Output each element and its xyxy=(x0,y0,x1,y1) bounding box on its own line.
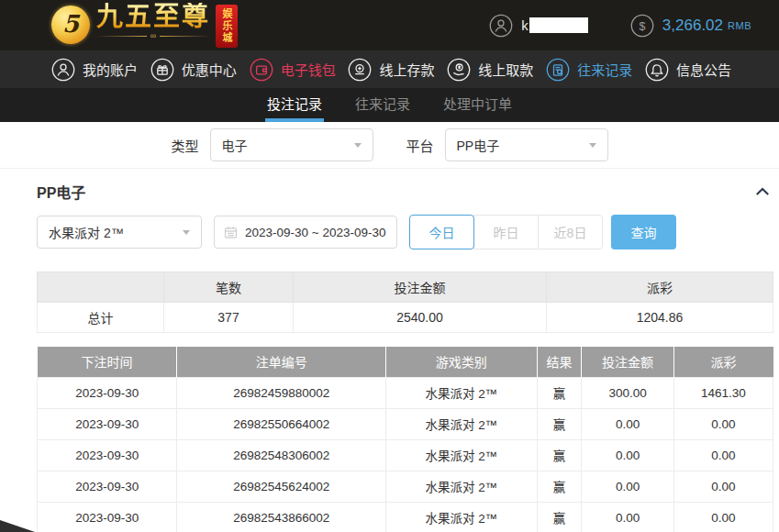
cell-bet-amount: 0.00 xyxy=(582,471,673,502)
username: k xyxy=(521,17,588,33)
summary-total-label: 总计 xyxy=(38,303,164,333)
cell-bet-time: 2023-09-30 xyxy=(38,377,177,408)
cell-bet-amount: 0.00 xyxy=(582,439,673,471)
records-header-bet-time: 下注时间 xyxy=(38,347,177,377)
nav-promotions[interactable]: 优惠中心 xyxy=(150,58,237,82)
chevron-down-icon xyxy=(589,143,596,148)
section-controls: 水果派对 2™ 2023-09-30 ~ 2023-09-30 今日 昨日 近8… xyxy=(37,215,773,249)
summary-header-bet-amount: 投注金额 xyxy=(294,272,547,303)
record-row: 2023-09-3026982459880002水果派对 2™赢300.0014… xyxy=(38,377,773,408)
wallet-icon xyxy=(250,58,273,82)
main-nav: 我的账户 优惠中心 电子钱包 线上存款 线上取款 往来记录 信息公告 xyxy=(0,50,779,88)
records-header-game-type: 游戏类别 xyxy=(386,347,537,377)
record-row: 2023-09-3026982550664002水果派对 2™赢0.000.00 xyxy=(38,408,773,439)
brand-logo[interactable]: 5 九五至尊 ∞ 娱乐城 xyxy=(51,3,238,48)
svg-text:$: $ xyxy=(639,19,645,32)
cell-game-type: 水果派对 2™ xyxy=(386,502,537,532)
cell-payout: 1461.30 xyxy=(673,377,773,408)
chevron-down-icon xyxy=(354,143,362,148)
cell-order-id: 26982550664002 xyxy=(177,408,386,439)
last-8-days-button[interactable]: 近8日 xyxy=(538,215,603,249)
date-range-picker[interactable]: 2023-09-30 ~ 2023-09-30 xyxy=(214,216,397,249)
logo-glyph: 5 xyxy=(62,10,79,38)
platform-filter-label: 平台 xyxy=(406,136,434,155)
cell-bet-time: 2023-09-30 xyxy=(38,408,177,439)
summary-payout: 1204.86 xyxy=(546,303,773,333)
records-icon xyxy=(546,58,570,82)
summary-table: 笔数 投注金额 派彩 总计 377 2540.00 1204.86 xyxy=(37,272,773,333)
date-range-value: 2023-09-30 ~ 2023-09-30 xyxy=(245,226,386,239)
brand-name: 九五至尊 xyxy=(96,3,210,30)
top-header: 5 九五至尊 ∞ 娱乐城 k $ 3,266.02 RMB xyxy=(0,0,779,50)
username-redaction xyxy=(529,17,588,33)
records-table: 下注时间 注单编号 游戏类别 结果 投注金额 派彩 2023-09-302698… xyxy=(37,347,773,532)
cell-game-type: 水果派对 2™ xyxy=(386,439,537,471)
type-select[interactable]: 电子 xyxy=(210,128,373,161)
bell-icon xyxy=(645,58,669,82)
type-filter-label: 类型 xyxy=(171,136,198,155)
cell-result: 赢 xyxy=(537,408,582,439)
cell-order-id: 26982543866002 xyxy=(177,502,386,532)
yesterday-button[interactable]: 昨日 xyxy=(473,215,539,249)
cell-bet-amount: 0.00 xyxy=(582,408,673,439)
cell-game-type: 水果派对 2™ xyxy=(386,408,537,439)
cell-game-type: 水果派对 2™ xyxy=(386,471,537,502)
records-body: 2023-09-3026982459880002水果派对 2™赢300.0014… xyxy=(38,377,773,532)
tab-betting-records[interactable]: 投注记录 xyxy=(265,88,324,122)
tab-transaction-records[interactable]: 往来记录 xyxy=(353,88,412,122)
nav-transaction-records[interactable]: 往来记录 xyxy=(546,58,632,82)
cell-bet-time: 2023-09-30 xyxy=(38,471,177,502)
nav-announcements[interactable]: 信息公告 xyxy=(645,58,731,82)
nav-my-account[interactable]: 我的账户 xyxy=(51,58,138,82)
cell-result: 赢 xyxy=(537,471,582,502)
records-header-result: 结果 xyxy=(537,347,582,377)
tab-processing-orders[interactable]: 处理中订单 xyxy=(441,88,514,122)
record-row: 2023-09-3026982548306002水果派对 2™赢0.000.00 xyxy=(38,439,773,471)
dollar-icon: $ xyxy=(630,14,654,38)
user-avatar-icon xyxy=(489,14,513,38)
cell-result: 赢 xyxy=(537,439,582,471)
quick-date-buttons: 今日 昨日 近8日 xyxy=(409,215,603,249)
user-icon xyxy=(51,58,75,82)
cell-result: 赢 xyxy=(537,502,582,532)
summary-bet-amount: 2540.00 xyxy=(294,303,547,333)
sub-nav: 投注记录 往来记录 处理中订单 xyxy=(0,88,779,122)
today-button[interactable]: 今日 xyxy=(409,215,474,249)
withdraw-icon xyxy=(447,58,471,82)
balance-currency: RMB xyxy=(728,20,751,31)
nav-online-deposit[interactable]: 线上存款 xyxy=(348,58,434,82)
pp-section: PP电子 水果派对 2™ 2023-09-30 ~ 2023-09-30 今日 … xyxy=(0,181,779,532)
cell-result: 赢 xyxy=(537,377,582,408)
records-header-bet-amount: 投注金额 xyxy=(582,347,673,377)
cell-bet-amount: 0.00 xyxy=(582,502,673,532)
cell-payout: 0.00 xyxy=(673,502,773,532)
cell-bet-amount: 300.00 xyxy=(582,377,673,408)
gift-icon xyxy=(150,58,174,82)
game-select[interactable]: 水果派对 2™ xyxy=(37,216,202,249)
brand-flourish-icon: ∞ xyxy=(96,32,210,40)
cell-game-type: 水果派对 2™ xyxy=(386,377,537,408)
cell-order-id: 26982459880002 xyxy=(177,377,386,408)
filter-row: 类型 电子 平台 PP电子 xyxy=(0,128,779,161)
section-title: PP电子 xyxy=(37,181,85,203)
summary-row: 总计 377 2540.00 1204.86 xyxy=(38,303,773,333)
summary-count: 377 xyxy=(163,303,293,333)
platform-select[interactable]: PP电子 xyxy=(445,128,608,161)
summary-header-payout: 派彩 xyxy=(546,272,773,303)
collapse-section-button[interactable] xyxy=(751,185,773,198)
summary-header-empty xyxy=(38,272,164,303)
nav-e-wallet[interactable]: 电子钱包 xyxy=(250,58,336,82)
nav-online-withdraw[interactable]: 线上取款 xyxy=(447,58,533,82)
cell-bet-time: 2023-09-30 xyxy=(38,439,177,471)
chevron-down-icon xyxy=(183,230,190,235)
calendar-icon xyxy=(224,226,238,239)
search-button[interactable]: 查询 xyxy=(611,215,676,249)
record-row: 2023-09-3026982543866002水果派对 2™赢0.000.00 xyxy=(38,502,773,532)
record-row: 2023-09-3026982545624002水果派对 2™赢0.000.00 xyxy=(38,471,773,502)
brand-badge: 娱乐城 xyxy=(216,5,238,48)
chevron-up-icon xyxy=(755,187,770,196)
cell-bet-time: 2023-09-30 xyxy=(38,502,177,532)
balance-amount: 3,266.02 xyxy=(662,17,723,35)
cell-payout: 0.00 xyxy=(673,439,773,471)
cell-order-id: 26982545624002 xyxy=(177,471,386,502)
